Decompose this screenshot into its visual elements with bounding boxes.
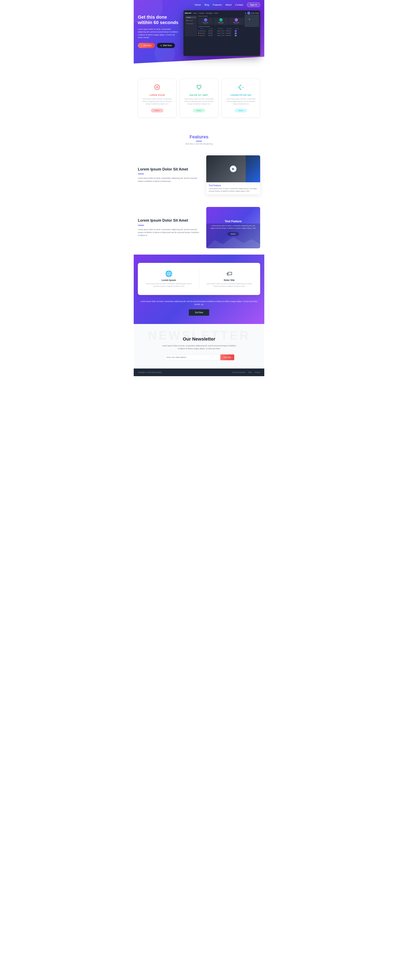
globe-icon: 🌐 bbox=[145, 270, 192, 277]
get-now-button[interactable]: ○ Get Now bbox=[138, 43, 155, 48]
cta-get-now-button[interactable]: Get Now bbox=[189, 309, 209, 316]
circle-icon: ○ bbox=[141, 45, 142, 47]
feature-btn-2[interactable]: Button bbox=[193, 108, 205, 113]
feature-card-2: DOLOR SIT AMET Lorem ipsum dolor sit ame… bbox=[180, 79, 218, 118]
feature-image-title: Test Feature bbox=[225, 220, 242, 223]
app-user-area: Justin Webb bbox=[247, 11, 259, 14]
feature-title-2: DOLOR SIT AMET bbox=[183, 94, 215, 96]
feature-block-1-text: Lorem Ipsum Dolor Sit Amet Lorem ipsum d… bbox=[138, 167, 200, 183]
feature-icon-2 bbox=[183, 84, 215, 92]
newsletter-email-input[interactable] bbox=[164, 355, 221, 360]
sidebar-home: ⌂ Home bbox=[185, 16, 196, 18]
newsletter-section: NEWSLETTER Our Newsletter Lorem ipsum do… bbox=[134, 324, 264, 369]
hero-text-block: Get this done witihin 60 seconds Lorem i… bbox=[138, 10, 179, 48]
hero-section: Get this done witihin 60 seconds Lorem i… bbox=[134, 0, 264, 68]
feature-image-overlay: Test Feature Lorem ipsum dolor sit amet,… bbox=[206, 207, 260, 248]
cta-section: 🌐 Lorem Ipsum Lorem ipsum dolor sit amet… bbox=[134, 255, 264, 324]
app-data-table: Name Amount Third Close Total Income Reg… bbox=[198, 28, 243, 37]
nav-about[interactable]: About bbox=[225, 3, 232, 6]
feature-block-2-line bbox=[138, 225, 144, 226]
feature-cards-section: LOREM IPSUM Lorem ipsum dolor sit amet, … bbox=[134, 68, 264, 126]
features-heading: Features And this is Just the Beginning bbox=[134, 126, 264, 149]
footer-copyright: Copyright © 2018 Shauu Ahmed bbox=[138, 371, 162, 373]
app-topbar: WEB APP Home Contacts Messages Notes Jus… bbox=[185, 11, 259, 14]
feature-image-desc: Lorem ipsum dolor sit amet, consectetur … bbox=[209, 224, 257, 229]
footer-link-contact[interactable]: Contact bbox=[254, 371, 260, 373]
nav-blog[interactable]: Blog bbox=[205, 3, 209, 6]
feature-desc-2: Lorem ipsum dolor sit amet, consectetur … bbox=[183, 98, 215, 105]
feature-image-card: Test Feature Lorem ipsum dolor sit amet,… bbox=[206, 207, 260, 248]
feature-icon-1 bbox=[141, 84, 173, 92]
app-sidebar: ⌂ Home ☎ Contacts ✉ Messages bbox=[185, 16, 197, 37]
newsletter-description: Lorem ipsum dolor sit amet, consectetur … bbox=[162, 344, 236, 350]
newsletter-submit-button[interactable]: Get Now bbox=[221, 355, 234, 360]
video-info: Test Feature Lorem ipsum dolor sit amet,… bbox=[206, 182, 260, 194]
feature-block-1-visual: ▶ Test Feature Lorem ipsum dolor sit ame… bbox=[206, 155, 260, 194]
feature-block-1-title: Lorem Ipsum Dolor Sit Amet bbox=[138, 167, 200, 172]
feature-block-2: Test Feature Lorem ipsum dolor sit amet,… bbox=[134, 201, 264, 255]
table-row: Johnson Doe $200,000 August 12, 2017 $4,… bbox=[198, 30, 243, 32]
tag-icon: 🏷 bbox=[206, 270, 253, 277]
svg-point-0 bbox=[155, 85, 160, 90]
hero-description: Lorem ipsum dolor sit amet, consectetur … bbox=[138, 28, 179, 39]
feature-block-2-desc: Lorem ipsum dolor sit amet, consectetur … bbox=[138, 228, 200, 237]
video-side-image bbox=[246, 155, 260, 182]
cta-divider bbox=[199, 268, 199, 290]
app-main-content: ⌂ Home ☎ Contacts ✉ Messages Primary Con… bbox=[185, 16, 259, 37]
app-label: WEB APP bbox=[185, 13, 191, 14]
cta-item-2-desc: Lorem ipsum dolor sit amet, consectetur … bbox=[206, 283, 253, 288]
feature-card-3: CONSECTETUR DOI Lorem ipsum dolor sit am… bbox=[222, 79, 260, 118]
video-title: Test Feature bbox=[209, 185, 258, 187]
contact-card: Miller Martin Designer bbox=[214, 18, 228, 25]
nav-contact[interactable]: Contact bbox=[235, 3, 243, 6]
feature-image-button[interactable]: Button bbox=[227, 232, 239, 236]
svg-point-1 bbox=[156, 86, 158, 88]
newsletter-form: Get Now bbox=[164, 355, 234, 360]
cta-main-text: Lorem ipsum dolor sit amet, consectetur … bbox=[138, 300, 260, 306]
app-screenshot: WEB APP Home Contacts Messages Notes Jus… bbox=[184, 10, 260, 56]
nav-home[interactable]: Home bbox=[195, 3, 201, 6]
signin-button[interactable]: Sign In bbox=[247, 3, 260, 7]
feature-block-2-text: Lorem Ipsum Dolor Sit Amet Lorem ipsum d… bbox=[138, 218, 200, 237]
play-button[interactable]: ▶ bbox=[230, 165, 237, 172]
contact-card: Daniel Cotte Engineer bbox=[198, 18, 213, 25]
feature-block-2-title: Lorem Ipsum Dolor Sit Amet bbox=[138, 218, 200, 223]
feature-desc-3: Lorem ipsum dolor sit amet, consectetur … bbox=[225, 98, 257, 105]
footer: Copyright © 2018 Shauu Ahmed Terms of Se… bbox=[134, 369, 264, 376]
wait-now-button[interactable]: ⊙ Wait Now bbox=[157, 43, 175, 48]
video-thumbnail: ▶ bbox=[206, 155, 260, 182]
app-main-panel: Primary Contacts Daniel Cotte Engineer M… bbox=[198, 16, 259, 37]
cta-item-1: 🌐 Lorem Ipsum Lorem ipsum dolor sit amet… bbox=[143, 268, 195, 290]
footer-link-tos[interactable]: Terms of Services bbox=[232, 371, 245, 373]
features-subtitle: And this is Just the Beginning bbox=[138, 143, 260, 145]
cta-card-inner: 🌐 Lorem Ipsum Lorem ipsum dolor sit amet… bbox=[143, 268, 255, 290]
hero-title: Get this done witihin 60 seconds bbox=[138, 14, 179, 25]
cta-item-1-title: Lorem Ipsum bbox=[145, 279, 192, 281]
app-avatar bbox=[247, 11, 250, 14]
feature-btn-1[interactable]: Button bbox=[151, 108, 163, 113]
features-title: Features bbox=[138, 134, 260, 140]
sidebar-messages: ✉ Messages bbox=[185, 22, 196, 25]
feature-block-1-line bbox=[138, 173, 144, 174]
app-map bbox=[245, 14, 259, 27]
contact-card: Peter Braden Manager bbox=[229, 18, 244, 25]
feature-btn-3[interactable]: Button bbox=[235, 108, 247, 113]
navbar: Home Blog Features About Contact Sign In bbox=[134, 0, 264, 10]
clock-icon: ⊙ bbox=[160, 45, 162, 47]
footer-link-faq[interactable]: FAQ bbox=[248, 371, 251, 373]
feature-block-1: Lorem Ipsum Dolor Sit Amet Lorem ipsum d… bbox=[134, 149, 264, 201]
table-row: Mike Parker $200,000 August 12, 2017 $2,… bbox=[198, 32, 243, 34]
feature-title-3: CONSECTETUR DOI bbox=[225, 94, 257, 96]
nav-features[interactable]: Features bbox=[213, 3, 222, 6]
cta-item-2-title: Dolor Site bbox=[206, 279, 253, 281]
feature-block-1-desc: Lorem ipsum dolor sit amet, consectetur … bbox=[138, 177, 200, 183]
video-desc: Lorem ipsum dolor sit amet, consectetur … bbox=[209, 188, 258, 192]
feature-block-2-visual: Test Feature Lorem ipsum dolor sit amet,… bbox=[206, 207, 260, 248]
feature-card-1: LOREM IPSUM Lorem ipsum dolor sit amet, … bbox=[138, 79, 176, 118]
newsletter-bg-text: NEWSLETTER bbox=[134, 328, 264, 342]
feature-icon-3 bbox=[225, 84, 257, 92]
video-card: ▶ Test Feature Lorem ipsum dolor sit ame… bbox=[206, 155, 260, 194]
sidebar-contacts: ☎ Contacts bbox=[185, 19, 196, 22]
features-grid: LOREM IPSUM Lorem ipsum dolor sit amet, … bbox=[138, 79, 260, 118]
features-title-line bbox=[196, 141, 202, 142]
